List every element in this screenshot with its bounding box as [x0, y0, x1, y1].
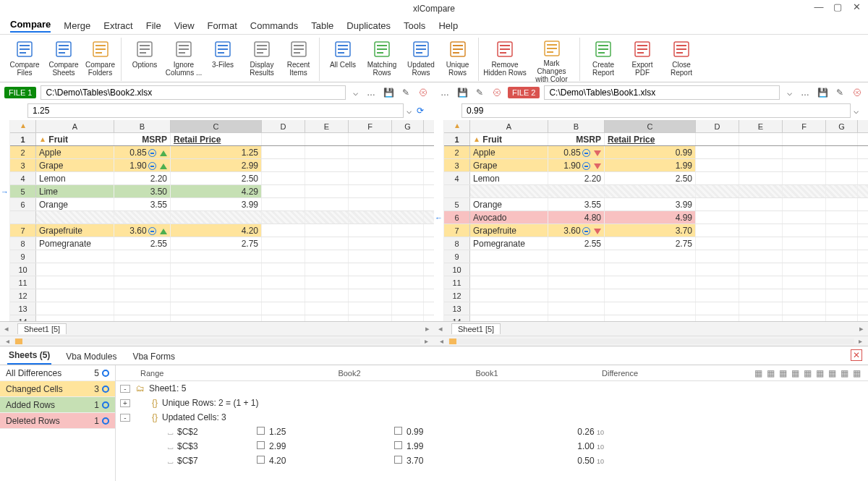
checkbox[interactable]: [394, 441, 402, 449]
ribbon-close[interactable]: CloseReport: [663, 38, 700, 81]
tree-row[interactable]: ⎵$C$21.250.990.26 10: [116, 425, 868, 439]
checkbox[interactable]: [394, 427, 402, 435]
col-header-B[interactable]: B: [548, 120, 605, 132]
col-header-D[interactable]: D: [696, 120, 739, 132]
row-header[interactable]: 14: [10, 315, 36, 321]
cell[interactable]: Lemon: [36, 172, 114, 184]
cell[interactable]: 3.60: [114, 224, 171, 237]
ribbon-unique[interactable]: UniqueRows: [441, 38, 479, 81]
cell[interactable]: 4.99: [605, 211, 696, 224]
italic-icon[interactable]: ▦: [804, 368, 812, 378]
col-header-F[interactable]: F: [783, 120, 826, 132]
cell[interactable]: 2.99: [171, 159, 262, 171]
ribbon-create[interactable]: CreateReport: [584, 38, 622, 81]
cell[interactable]: 2.20: [114, 172, 171, 184]
cell[interactable]: 3.55: [548, 198, 605, 210]
menu-extract[interactable]: Extract: [103, 20, 132, 31]
ribbon-all-cells[interactable]: All Cells: [324, 38, 362, 81]
col-header-F[interactable]: F: [349, 120, 392, 132]
row-header[interactable]: 12: [444, 289, 470, 302]
checkbox[interactable]: [257, 441, 265, 449]
cell-value-input-left[interactable]: [27, 103, 404, 118]
tree-row[interactable]: +{}Unique Rows: 2 = (1 + 1): [116, 396, 868, 410]
cell[interactable]: Lemon: [470, 172, 548, 184]
ribbon-compare[interactable]: CompareFiles: [6, 38, 43, 81]
diff-tab[interactable]: Vba Modules: [64, 349, 118, 365]
cell[interactable]: Avocado: [470, 211, 548, 224]
menu-compare[interactable]: Compare: [10, 19, 51, 33]
hscroll-left[interactable]: ◂▸: [0, 336, 434, 346]
scroll-left-icon[interactable]: ◂: [6, 337, 9, 345]
row-header[interactable]: 7: [444, 224, 470, 237]
corner[interactable]: [444, 120, 470, 132]
nav-next-icon[interactable]: ▸: [421, 324, 434, 333]
expand-icon[interactable]: +: [120, 399, 130, 407]
col-header-E[interactable]: E: [739, 120, 783, 132]
cell[interactable]: 0.85: [548, 146, 605, 158]
col-header-A[interactable]: A: [36, 120, 114, 132]
close-icon[interactable]: ✕: [849, 1, 864, 12]
row-header-1[interactable]: 1: [444, 133, 470, 145]
sheet-tab[interactable]: Sheet1 [5]: [451, 323, 501, 334]
corner[interactable]: [10, 120, 36, 132]
edit-icon[interactable]: ✎: [833, 86, 846, 99]
cell[interactable]: 3.50: [114, 185, 171, 197]
filter-icon[interactable]: ▦: [841, 368, 848, 378]
row-header[interactable]: 5: [444, 198, 470, 210]
path-input-right[interactable]: [544, 85, 780, 100]
diff-tab[interactable]: Sheets (5): [7, 347, 51, 365]
path-input-left[interactable]: [41, 85, 346, 100]
ribbon-options[interactable]: Options: [126, 38, 163, 81]
copy-icon[interactable]: ▦: [791, 368, 799, 378]
path-dropdown-icon[interactable]: ⌵: [350, 88, 360, 98]
cell[interactable]: 2.75: [171, 237, 262, 250]
sync-icon[interactable]: ⟳: [414, 104, 427, 117]
row-header[interactable]: 5: [10, 185, 36, 197]
cell[interactable]: Orange: [470, 198, 548, 210]
row-header[interactable]: 13: [444, 302, 470, 315]
delete-icon[interactable]: ⮾: [417, 86, 430, 99]
cell[interactable]: Grape: [36, 159, 114, 171]
cell[interactable]: 1.25: [171, 146, 262, 158]
menu-commands[interactable]: Commands: [250, 20, 298, 31]
row-header[interactable]: 11: [10, 276, 36, 289]
row-header[interactable]: 4: [444, 172, 470, 184]
value-dropdown-icon[interactable]: ⌵: [404, 106, 414, 116]
cell[interactable]: 3.99: [605, 198, 696, 210]
col-header-C[interactable]: C: [171, 120, 262, 132]
row-header[interactable]: 6: [444, 211, 470, 224]
ribbon-display[interactable]: DisplayResults: [243, 38, 281, 81]
checkbox[interactable]: [257, 456, 265, 464]
cell[interactable]: 2.50: [171, 172, 262, 184]
col-header-G[interactable]: G: [392, 120, 424, 132]
cell-value-input-right[interactable]: [461, 103, 851, 118]
more-icon[interactable]: …: [799, 86, 812, 99]
row-header[interactable]: 8: [444, 237, 470, 250]
collapse-icon[interactable]: -: [120, 385, 130, 393]
cell[interactable]: Orange: [36, 198, 114, 210]
col-header-B[interactable]: B: [114, 120, 171, 132]
panel-icon[interactable]: ▦: [767, 368, 775, 378]
row-header[interactable]: 2: [10, 146, 36, 158]
legend-row[interactable]: Changed Cells3: [0, 381, 115, 397]
menu-tools[interactable]: Tools: [404, 20, 425, 31]
cell[interactable]: 2.50: [605, 172, 696, 184]
row-header[interactable]: 3: [444, 159, 470, 171]
edit-icon[interactable]: ✎: [473, 86, 486, 99]
cell[interactable]: 4.29: [171, 185, 262, 197]
row-header[interactable]: 12: [10, 289, 36, 302]
menu-format[interactable]: Format: [208, 20, 237, 31]
col-header-C[interactable]: C: [605, 120, 696, 132]
value-dropdown-icon[interactable]: ⌵: [851, 106, 861, 116]
grid-right[interactable]: ←ABCDEFG1 FruitMSRPRetail Price2Apple0.8…: [434, 120, 868, 321]
col-header-E[interactable]: E: [305, 120, 349, 132]
row-header[interactable]: 6: [10, 198, 36, 210]
tree-row[interactable]: -🗂Sheet1: 5: [116, 381, 868, 396]
delete-icon[interactable]: ⮾: [490, 86, 503, 99]
hscroll-right[interactable]: ◂▸: [434, 336, 868, 346]
legend-row[interactable]: Deleted Rows1: [0, 413, 115, 429]
menu-file[interactable]: File: [146, 20, 161, 31]
cell[interactable]: 3.99: [171, 198, 262, 210]
save-icon[interactable]: 💾: [456, 86, 469, 99]
row-header[interactable]: 2: [444, 146, 470, 158]
